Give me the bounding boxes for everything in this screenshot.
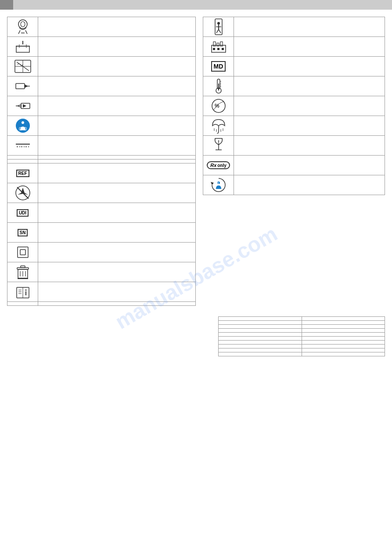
table-row: [219, 333, 385, 337]
bottom-table: [218, 316, 385, 356]
table-row: [7, 57, 196, 76]
header-fill: [13, 0, 392, 10]
right-symbol-table: MD: [203, 17, 385, 195]
table-row: [203, 37, 385, 57]
svg-line-51: [216, 29, 219, 33]
table-header-row: [219, 317, 385, 321]
input-icon: [12, 78, 33, 94]
table-row: [219, 337, 385, 341]
desc-typebf: [38, 243, 196, 262]
symbol-cell-output: [7, 96, 38, 116]
bottom-left-spacer: [7, 316, 211, 356]
bottom-cell: [302, 348, 385, 352]
svg-point-42: [25, 290, 26, 291]
desc-ifu: [38, 282, 196, 302]
desc-blank3: [38, 302, 196, 306]
table-row: [7, 262, 196, 282]
symbol-cell-blank3: [7, 302, 38, 306]
left-symbol-table: REF: [7, 17, 196, 306]
table-row: [219, 348, 385, 352]
bottom-col1-header: [219, 317, 302, 321]
table-row: [7, 243, 196, 262]
desc-humidity: [234, 96, 385, 116]
table-row: %: [203, 96, 385, 116]
table-row: [219, 345, 385, 348]
table-row: SN: [7, 223, 196, 243]
desc-temperature: [234, 76, 385, 96]
svg-point-22: [22, 121, 24, 124]
svg-point-1: [21, 22, 25, 27]
table-row: [7, 96, 196, 116]
symbol-cell-humidity: %: [203, 96, 234, 116]
bottom-cell: [302, 352, 385, 356]
symbol-cell-temperature: [203, 76, 234, 96]
left-symbol-table-container: REF: [7, 17, 196, 306]
udi-icon: UDI: [12, 205, 33, 221]
table-row: [7, 302, 196, 306]
symbol-cell-dc: [7, 136, 38, 156]
header-accent: [0, 0, 13, 10]
desc-nomri: [38, 183, 196, 203]
symbol-cell-instructions: [7, 116, 38, 136]
dc-icon: [12, 138, 33, 153]
desc-md: [234, 57, 385, 76]
svg-line-3: [25, 30, 27, 34]
temperature-icon: [208, 78, 229, 94]
only-label: only: [217, 163, 227, 168]
table-row: UDI: [7, 203, 196, 223]
svg-rect-31: [18, 247, 28, 258]
weee-icon: [12, 264, 33, 280]
manufacturer-icon: [208, 39, 229, 54]
rx-badge: Rx only: [207, 161, 230, 169]
desc-instructions: [38, 116, 196, 136]
bottom-cell: [219, 333, 302, 337]
desc-output: [38, 96, 196, 116]
table-row: [203, 17, 385, 37]
desc-person: [234, 17, 385, 37]
table-row: [7, 37, 196, 57]
table-row: [7, 17, 196, 37]
symbol-cell-ifu: [7, 282, 38, 302]
svg-rect-59: [222, 48, 224, 50]
bottom-cell: [302, 329, 385, 333]
symbol-cell-sn: SN: [7, 223, 38, 243]
table-row: [219, 325, 385, 329]
rx-label: Rx: [210, 163, 216, 168]
rx-only-icon: Rx only: [208, 157, 229, 173]
symbol-cell-singleuse: 1: [203, 175, 234, 195]
desc-weee: [38, 262, 196, 282]
md-box-label: MD: [211, 61, 226, 72]
symbol-cell-person: [203, 17, 234, 37]
table-row: [219, 321, 385, 325]
bottom-right-table-container: [218, 316, 385, 356]
symbol-cell-blank1: [7, 156, 38, 160]
symbol-cell-udi: UDI: [7, 203, 38, 223]
table-row: [7, 116, 196, 136]
desc-keepdry: [234, 116, 385, 136]
svg-text:1: 1: [217, 181, 219, 185]
svg-rect-14: [16, 83, 25, 89]
symbol-cell-nomri: [7, 183, 38, 203]
bottom-cell: [219, 321, 302, 325]
symbol-cell-keepdry: [203, 116, 234, 136]
bottom-cell: [302, 337, 385, 341]
table-row: 1: [203, 175, 385, 195]
sn-box-label: SN: [18, 229, 28, 236]
table-row: [7, 76, 196, 96]
svg-line-2: [18, 30, 20, 34]
desc-nonion: [38, 57, 196, 76]
sn-icon: SN: [12, 225, 33, 240]
table-row: [7, 160, 196, 163]
svg-point-21: [16, 119, 30, 133]
table-row: [203, 116, 385, 136]
bottom-cell: [219, 329, 302, 333]
table-row: [7, 183, 196, 203]
table-row: [219, 341, 385, 345]
symbol-cell-blank2: [7, 160, 38, 163]
table-row: REF: [7, 163, 196, 183]
keepdry-icon: [208, 118, 229, 134]
table-row: [7, 156, 196, 160]
bottom-col2-header: [302, 317, 385, 321]
table-row: [203, 136, 385, 156]
output-icon: [12, 98, 33, 114]
